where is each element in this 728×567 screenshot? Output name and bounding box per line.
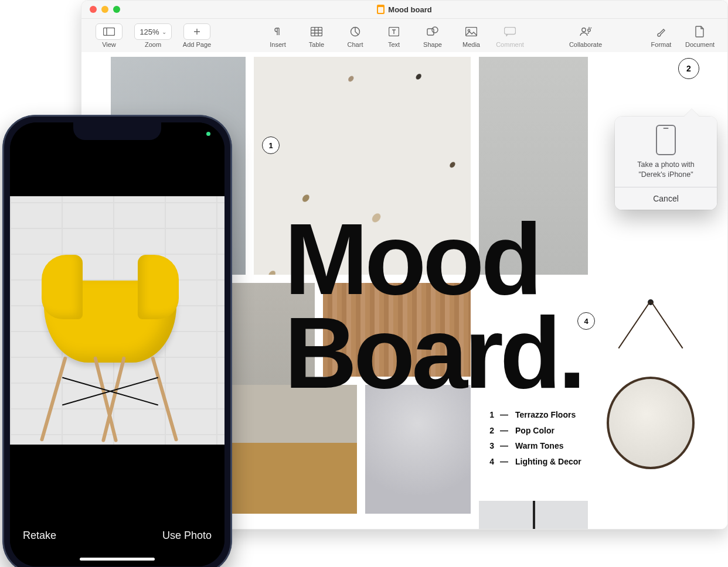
svg-line-19 bbox=[591, 28, 592, 29]
zoom-button[interactable]: 125% ⌄ Zoom bbox=[128, 23, 178, 48]
phone-icon bbox=[656, 125, 676, 155]
text-icon bbox=[389, 23, 399, 40]
chevron-down-icon: ⌄ bbox=[162, 29, 166, 35]
notch bbox=[73, 122, 161, 140]
svg-rect-0 bbox=[104, 28, 115, 36]
image-pendant-lamp[interactable] bbox=[479, 501, 588, 529]
zoom-window-button[interactable] bbox=[113, 6, 120, 13]
shape-icon bbox=[427, 23, 438, 40]
cancel-button[interactable]: Cancel bbox=[615, 187, 717, 210]
mood-board-title[interactable]: Mood Board. bbox=[284, 213, 586, 400]
pie-chart-icon bbox=[350, 23, 360, 40]
svg-rect-4 bbox=[311, 28, 322, 36]
plus-page-icon bbox=[183, 23, 210, 40]
legend-item: 1—Terrazzo Floors bbox=[488, 407, 581, 423]
document-button[interactable]: Document bbox=[681, 23, 719, 48]
chart-button[interactable]: Chart bbox=[336, 23, 375, 48]
text-button[interactable]: Text bbox=[375, 23, 413, 48]
image-round-mirror[interactable] bbox=[596, 283, 705, 514]
document-icon bbox=[377, 5, 385, 14]
comment-icon bbox=[504, 23, 516, 40]
add-page-button[interactable]: Add Page bbox=[178, 23, 216, 48]
iphone-screen: Retake Use Photo bbox=[10, 122, 224, 566]
camera-active-indicator-icon bbox=[206, 132, 210, 136]
callout-4[interactable]: 4 bbox=[577, 312, 595, 330]
collaborate-icon bbox=[579, 23, 592, 40]
svg-point-17 bbox=[588, 29, 590, 31]
take-photo-popover: Take a photo with "Derek's iPhone" Cance… bbox=[615, 117, 717, 210]
svg-point-12 bbox=[432, 27, 438, 33]
shape-button[interactable]: Shape bbox=[413, 23, 452, 48]
svg-rect-13 bbox=[466, 28, 477, 36]
document-settings-icon bbox=[695, 23, 705, 40]
paint-brush-icon bbox=[656, 23, 666, 40]
title-line-2: Board bbox=[284, 296, 558, 409]
svg-rect-15 bbox=[505, 28, 516, 35]
titlebar[interactable]: Mood board bbox=[81, 1, 727, 19]
toolbar: View 125% ⌄ Zoom Add Page Insert bbox=[81, 19, 727, 53]
paragraph-icon bbox=[273, 23, 283, 40]
table-button[interactable]: Table bbox=[297, 23, 336, 48]
callout-2[interactable]: 2 bbox=[678, 58, 699, 79]
media-icon bbox=[465, 23, 477, 40]
svg-point-16 bbox=[582, 28, 586, 32]
captured-photo bbox=[10, 196, 224, 461]
popover-message: Take a photo with "Derek's iPhone" bbox=[615, 160, 717, 180]
table-icon bbox=[311, 23, 322, 40]
legend: 1—Terrazzo Floors 2—Pop Color 3—Warm Ton… bbox=[488, 407, 581, 469]
traffic-lights bbox=[81, 6, 120, 13]
camera-bottom-bar: Retake Use Photo bbox=[10, 445, 224, 566]
collaborate-button[interactable]: Collaborate bbox=[566, 23, 605, 48]
view-button[interactable]: View bbox=[90, 23, 128, 48]
legend-item: 2—Pop Color bbox=[488, 423, 581, 439]
zoom-value: 125% bbox=[140, 28, 159, 36]
insert-button[interactable]: Insert bbox=[258, 23, 297, 48]
legend-item: 4—Lighting & Decor bbox=[488, 454, 581, 470]
iphone: Retake Use Photo bbox=[2, 115, 232, 567]
minimize-window-button[interactable] bbox=[101, 6, 108, 13]
format-button[interactable]: Format bbox=[642, 23, 681, 48]
svg-point-14 bbox=[468, 29, 470, 31]
callout-1[interactable]: 1 bbox=[262, 136, 280, 154]
media-button[interactable]: Media bbox=[452, 23, 491, 48]
comment-button: Comment bbox=[491, 23, 529, 48]
legend-item: 3—Warm Tones bbox=[488, 438, 581, 454]
use-photo-button[interactable]: Use Photo bbox=[162, 530, 212, 542]
home-indicator[interactable] bbox=[80, 558, 155, 561]
sidebar-icon bbox=[96, 23, 123, 40]
retake-button[interactable]: Retake bbox=[23, 530, 56, 542]
window-title: Mood board bbox=[388, 5, 431, 14]
zoom-selector[interactable]: 125% ⌄ bbox=[134, 23, 171, 40]
close-window-button[interactable] bbox=[90, 6, 97, 13]
